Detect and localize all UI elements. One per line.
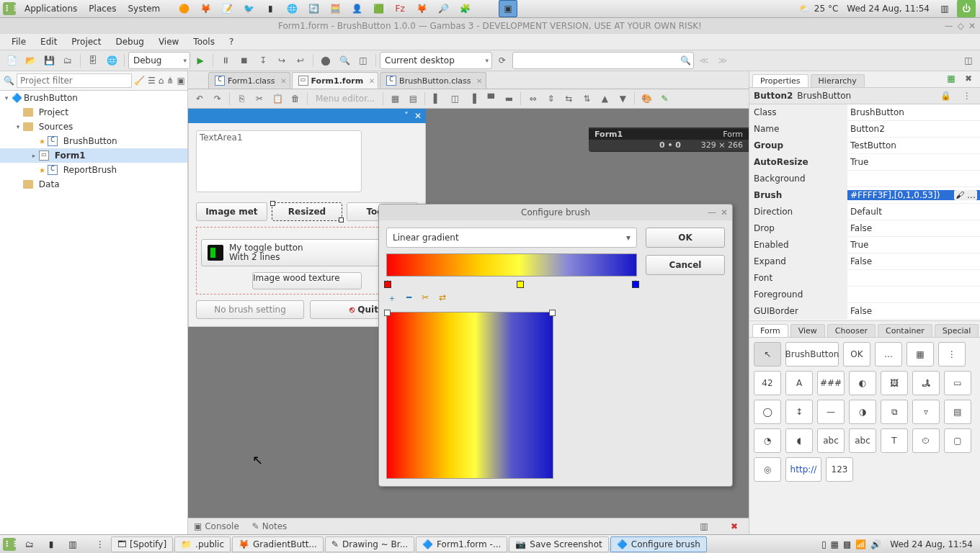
search-go-icon[interactable]: 🔍 [677,55,693,66]
tool-item[interactable]: ▢ [944,428,971,453]
prop-row-autoresize[interactable]: AutoResizeTrue [749,154,980,171]
prop-row-enabled[interactable]: EnabledTrue [749,237,980,253]
tool-item[interactable]: ⋮ [938,342,966,367]
delete-icon[interactable]: 🗑 [287,90,304,107]
swap-stops-icon[interactable]: ✂ [422,292,429,305]
gradient-bar[interactable] [386,253,637,276]
redo-icon[interactable]: ↷ [209,90,226,107]
tool-item[interactable]: ▭ [944,371,971,395]
tray-icon[interactable]: ▥ [935,0,954,17]
workspace-icon[interactable]: ▣ [499,0,517,17]
btn-resized[interactable]: Resized [272,202,343,221]
open-icon[interactable]: 📂 [22,52,39,69]
align-t-icon[interactable]: ▀ [482,90,499,107]
net-icon[interactable]: 🌐 [103,52,120,69]
task-gradient[interactable]: 🦊 GradientButt... [232,536,324,552]
task-drawing[interactable]: ✎ Drawing ~ Br... [325,536,414,552]
findbox-icon[interactable]: ◫ [355,52,372,69]
task-spotify[interactable]: 🗔 [Spotify] [111,536,173,552]
front-icon[interactable]: ▲ [596,90,613,107]
filezilla-icon[interactable]: Fz [391,0,409,17]
db-icon[interactable]: 🗄 [84,52,102,69]
tray-net-icon[interactable]: ▯ [821,539,827,549]
break-icon[interactable]: ⬤ [317,52,334,69]
copy-icon[interactable]: ⎘ [233,90,250,107]
tray-wifi-icon[interactable]: 📶 [855,539,866,549]
props-menu-icon[interactable]: ⋮ [958,87,976,104]
menu-file[interactable]: File [4,37,33,47]
launcher-icon[interactable]: 🟠 [174,0,193,17]
app-icon[interactable]: 🟩 [369,0,388,17]
stepout-icon[interactable]: ↩ [292,52,309,69]
brush-icon[interactable]: ✎ [656,90,673,107]
search-icon[interactable]: 🔎 [434,0,453,17]
tray-app2-icon[interactable]: ▩ [843,539,851,549]
view-tree-icon[interactable]: ⌂ [158,72,165,89]
nav-next-icon[interactable]: ≫ [714,52,731,69]
prop-row-background[interactable]: Background [749,171,980,187]
files-icon[interactable]: 🗂 [20,536,39,553]
config-combo[interactable]: Debug [128,52,190,69]
tool-item[interactable]: — [817,400,845,424]
prop-row-class[interactable]: ClassBrushButton [749,104,980,121]
tool-item[interactable]: abc [849,428,876,453]
tool-item[interactable]: 42 [754,371,781,395]
tool-item[interactable]: ◑ [849,400,876,424]
prop-row-name[interactable]: NameButton2 [749,121,980,138]
menu-places[interactable]: Places [83,4,122,14]
tool-item[interactable]: ... [875,342,902,367]
prop-row-brush[interactable]: Brush#FFFF3F],[0,1,0.53]) 🖌 … [749,187,980,204]
search-box[interactable]: 🔍 [512,52,694,69]
window-maximize-icon[interactable]: ◇ [958,21,964,31]
toolbox-tab-view[interactable]: View [790,324,825,337]
tool-item[interactable]: ◔ [754,428,781,453]
start-menu-icon[interactable]: ⋮⋮ [3,538,16,551]
tool-item[interactable]: ### [817,371,845,395]
tray-volume-icon[interactable]: 🔊 [870,539,881,549]
tree-data[interactable]: Data [39,179,60,189]
tool-item[interactable]: ▤ [944,400,971,424]
align-r-icon[interactable]: ▐ [464,90,481,107]
textarea1[interactable]: TextArea1 [196,130,362,192]
window-close-icon[interactable]: ✕ [968,21,976,31]
run-icon[interactable]: ▶ [192,52,209,69]
term-icon[interactable]: ▮ [42,536,61,553]
form-close-icon[interactable]: ✕ [414,111,422,121]
new-icon[interactable]: 📄 [3,52,20,69]
undo-icon[interactable]: ↶ [191,90,208,107]
notes-tab[interactable]: ✎ Notes [252,521,288,531]
browser-icon[interactable]: 🌐 [282,0,301,17]
toolbox-tab-container[interactable]: Container [878,324,932,337]
prop-row-drop[interactable]: DropFalse [749,220,980,237]
project-filter-input[interactable] [17,73,132,88]
search-input[interactable] [513,55,677,66]
add-stop-icon[interactable]: ＋ [388,292,396,305]
prop-row-group[interactable]: GroupTestButton [749,138,980,154]
tab-form1-form[interactable]: ▭Form1.form✕ [292,72,379,89]
tree-brushbutton[interactable]: BrushButton [63,136,117,146]
task-configure-brush[interactable]: 🔷 Configure brush [610,536,707,552]
tool-item[interactable]: ⏲ [912,428,940,453]
view-class-icon[interactable]: ⋔ [166,72,174,89]
menu-debug[interactable]: Debug [108,37,151,47]
stop-icon[interactable]: ⏹ [236,52,253,69]
menu-project[interactable]: Project [64,37,108,47]
reverse-icon[interactable]: ⇄ [439,292,446,305]
prop-value[interactable]: False [847,306,980,316]
cut-icon[interactable]: ✂ [251,90,268,107]
prop-value[interactable]: Button2 [847,124,980,134]
tool-item[interactable]: 🏞 [912,371,940,395]
gradient-preview[interactable] [386,312,553,479]
nav-prev-icon[interactable]: ≪ [695,52,713,69]
prop-value[interactable]: True [847,157,980,167]
align-m-icon[interactable]: ▬ [500,90,517,107]
status-opt-icon[interactable]: ▥ [695,518,713,535]
status-stop-icon[interactable]: ✖ [726,518,743,535]
prop-row-foreground[interactable]: Foreground [749,287,980,303]
layout-icon[interactable]: ◫ [960,52,977,69]
panel-clock[interactable]: Wed 24 Aug, 11:54 [842,4,934,14]
tool-cursor[interactable]: ↖ [754,342,781,367]
tool-item[interactable]: 🖼 [881,371,908,395]
form-collapse-icon[interactable]: ˅ [404,111,409,121]
tool-item[interactable]: ◖ [785,428,813,453]
